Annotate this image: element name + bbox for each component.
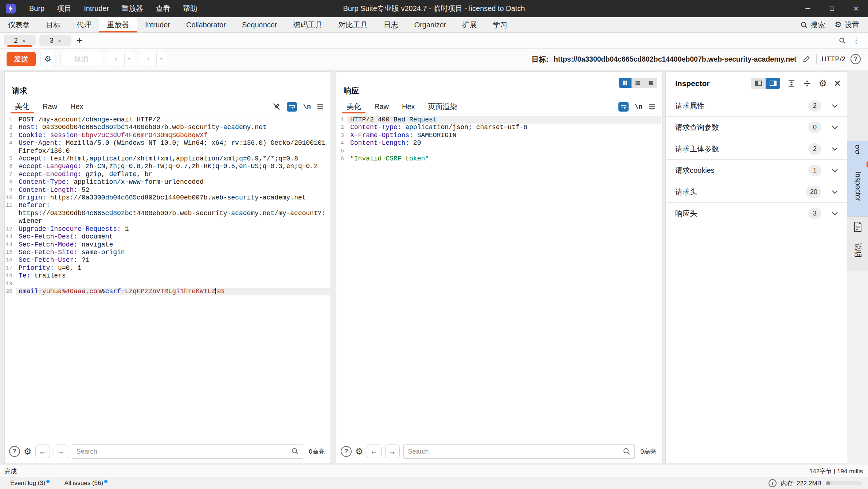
word-wrap-toggle[interactable] (287, 102, 297, 112)
tab-代理[interactable]: 代理 (69, 17, 99, 32)
editor-line-text[interactable]: Te: trailers (16, 272, 330, 280)
pen-slash-icon[interactable] (272, 102, 281, 111)
chevron-down-icon[interactable] (832, 211, 838, 216)
tab-重放器[interactable]: 重放器 (99, 17, 137, 32)
history-back-button[interactable]: ‹ (108, 52, 124, 66)
history-forward-dropdown[interactable] (156, 52, 166, 66)
tab-扩展[interactable]: 扩展 (454, 17, 485, 32)
close-icon[interactable]: ✕ (844, 0, 868, 17)
editor-line-text[interactable]: Content-Type: application/x-www-form-url… (16, 178, 330, 186)
pane-right-button[interactable] (766, 78, 780, 89)
inspector-section-请求属性[interactable]: 请求属性2 (666, 95, 847, 117)
edit-pencil-icon[interactable] (802, 54, 811, 64)
editor-line-text[interactable]: Cookie: session=Ebpv2uC3dUf4Fe6mrO43OmqS… (16, 132, 330, 139)
editor-line-text[interactable]: Accept: text/html,application/xhtml+xml,… (16, 155, 330, 163)
inspector-section-请求头[interactable]: 请求头20 (666, 181, 847, 203)
editor-line-text[interactable]: Accept-Encoding: gzip, deflate, br (16, 171, 330, 178)
side-tab-notes[interactable]: 说明 (847, 217, 868, 269)
chevron-down-icon[interactable] (832, 104, 838, 108)
search-settings-icon[interactable]: ⚙ (24, 447, 32, 456)
layout-rows-button[interactable] (632, 78, 644, 88)
request-tab-美化[interactable]: 美化 (8, 100, 36, 113)
side-tab-inspector[interactable]: Inspector (847, 141, 868, 217)
next-match-button[interactable]: → (54, 445, 68, 458)
editor-line-text[interactable]: Sec-Fetch-Mode: navigate (16, 241, 330, 249)
close-tab-icon[interactable]: × (22, 38, 26, 44)
minimize-icon[interactable]: ─ (796, 0, 820, 17)
add-tab-button[interactable]: + (71, 35, 87, 46)
response-tab-美化[interactable]: 美化 (340, 100, 368, 113)
editor-line-text[interactable]: Accept-Language: zh-CN,zh;q=0.8,zh-TW;q=… (16, 163, 330, 170)
tab-编码工具[interactable]: 编码工具 (285, 17, 331, 32)
search-icon[interactable] (623, 447, 630, 455)
editor-line-text[interactable]: Sec-Fetch-Dest: document (16, 233, 330, 241)
search-settings-icon[interactable]: ⚙ (355, 447, 363, 456)
response-tab-页面渲染[interactable]: 页面渲染 (422, 100, 464, 113)
response-search-input[interactable] (403, 444, 635, 459)
inspector-section-请求主体参数[interactable]: 请求主体参数2 (666, 138, 847, 160)
repeater-tab-3[interactable]: 3× (39, 35, 71, 46)
editor-line-text[interactable]: https://0a3300db04c665cd802bc14400eb007b… (16, 210, 330, 217)
editor-line-text[interactable]: Firefox/136.0 (16, 147, 330, 155)
tab-学习[interactable]: 学习 (485, 17, 515, 32)
editor-line-text[interactable]: Priority: u=0, i (16, 264, 330, 272)
inspector-settings-icon[interactable]: ⚙ (818, 79, 826, 88)
search-icon[interactable] (291, 447, 299, 455)
word-wrap-toggle[interactable] (618, 102, 629, 112)
editor-line-text[interactable]: wiener (16, 217, 330, 225)
help-icon[interactable]: ? (9, 446, 20, 457)
editor-line-text[interactable]: User-Agent: Mozilla/5.0 (Windows NT 10.0… (16, 139, 330, 147)
request-tab-Hex[interactable]: Hex (64, 100, 90, 113)
editor-line-text[interactable]: Host: 0a3300db04c665cd802bc14400eb007b.w… (16, 124, 330, 131)
editor-line-text[interactable] (16, 280, 330, 288)
hamburger-menu-icon[interactable] (648, 104, 656, 110)
editor-line-text[interactable]: Sec-Fetch-Site: same-origin (16, 249, 330, 256)
help-icon[interactable]: ? (851, 54, 861, 64)
layout-single-button[interactable] (644, 78, 657, 88)
response-tab-Hex[interactable]: Hex (395, 100, 422, 113)
event-log-button[interactable]: Event log (3) (10, 480, 50, 487)
global-settings-button[interactable]: ⚙ 设置 (834, 20, 859, 30)
tab-仪表盘[interactable]: 仪表盘 (0, 17, 38, 32)
menu-item-帮助[interactable]: 帮助 (176, 0, 203, 17)
editor-line-text[interactable]: Referer: (16, 202, 330, 209)
close-tab-icon[interactable]: × (58, 38, 61, 44)
editor-line-text[interactable]: Origin: https://0a3300db04c665cd802bc144… (16, 194, 330, 202)
pane-left-button[interactable] (751, 78, 766, 89)
editor-line-text[interactable]: Upgrade-Insecure-Requests: 1 (16, 225, 330, 233)
all-issues-button[interactable]: All issues (56) (64, 480, 107, 487)
show-newlines-icon[interactable]: \n (303, 103, 311, 110)
send-button[interactable]: 发送 (7, 52, 36, 66)
info-icon[interactable]: i (769, 479, 777, 487)
response-tab-Raw[interactable]: Raw (368, 100, 395, 113)
search-icon[interactable] (839, 37, 846, 44)
editor-line-text[interactable]: POST /my-account/change-email HTTP/2 (16, 116, 330, 124)
request-editor[interactable]: 1POST /my-account/change-email HTTP/22Ho… (5, 114, 330, 439)
request-search-input[interactable] (72, 444, 303, 459)
tab-日志[interactable]: 日志 (376, 17, 406, 32)
cancel-button[interactable]: 取消 (60, 52, 102, 66)
menu-item-项目[interactable]: 项目 (51, 0, 78, 17)
show-newlines-icon[interactable]: \n (634, 103, 642, 110)
menu-item-查看[interactable]: 查看 (149, 0, 176, 17)
repeater-tab-2[interactable]: 2× (4, 35, 36, 46)
tab-Sequencer[interactable]: Sequencer (234, 17, 285, 32)
menu-item-Burp[interactable]: Burp (23, 0, 51, 17)
editor-line-text[interactable]: Content-Length: 52 (16, 186, 330, 194)
global-search-button[interactable]: 搜索 (801, 20, 825, 30)
send-settings-button[interactable]: ⚙ (40, 52, 55, 66)
menu-item-Intruder[interactable]: Intruder (78, 0, 115, 17)
collapse-all-icon[interactable] (803, 79, 812, 88)
maximize-icon[interactable]: □ (820, 0, 844, 17)
history-forward-button[interactable]: › (140, 52, 156, 66)
more-options-icon[interactable]: ⋮ (852, 36, 860, 45)
chevron-down-icon[interactable] (832, 147, 838, 151)
request-tab-Raw[interactable]: Raw (36, 100, 64, 113)
history-back-dropdown[interactable] (124, 52, 134, 66)
chevron-down-icon[interactable] (832, 190, 838, 194)
help-icon[interactable]: ? (341, 446, 352, 457)
chevron-down-icon[interactable] (832, 168, 838, 172)
tab-Collaborator[interactable]: Collaborator (178, 17, 234, 32)
editor-line-text[interactable]: Sec-Fetch-User: ?1 (16, 256, 330, 264)
layout-columns-button[interactable] (619, 78, 632, 88)
